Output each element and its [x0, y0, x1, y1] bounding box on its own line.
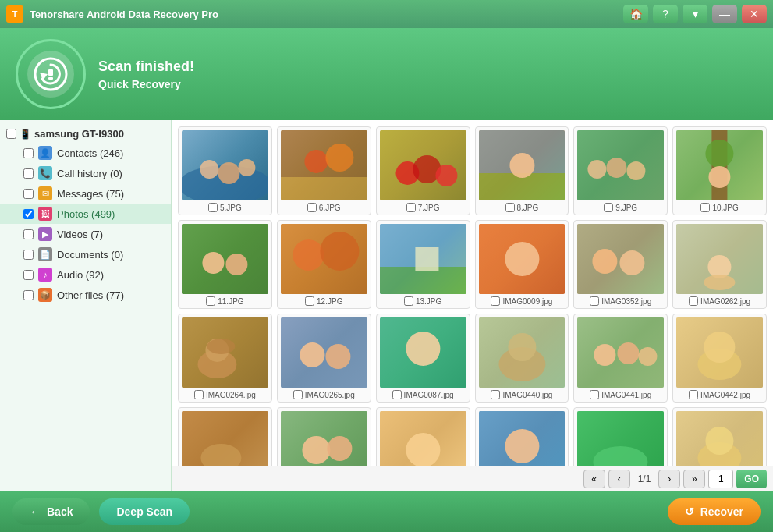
callhistory-icon: 📞: [38, 166, 52, 180]
photo-label: 11.JPG: [206, 296, 243, 306]
svg-point-9: [218, 162, 239, 184]
photo-item[interactable]: IMAG0264.jpg: [178, 314, 272, 403]
prev-page-button[interactable]: ‹: [608, 470, 630, 488]
photo-svg: [577, 224, 664, 294]
svg-point-37: [202, 252, 224, 274]
home-button[interactable]: 🏠: [623, 5, 648, 23]
sidebar-item-contacts[interactable]: 👤 Contacts (246): [0, 143, 171, 163]
photo-checkbox[interactable]: [406, 203, 416, 212]
photo-checkbox[interactable]: [194, 390, 204, 399]
sidebar-item-audio[interactable]: ♪ Audio (92): [0, 264, 171, 285]
photo-checkbox[interactable]: [590, 296, 599, 306]
sidebar-item-callhistory[interactable]: 📞 Call history (0): [0, 163, 171, 183]
photo-checkbox[interactable]: [689, 390, 698, 399]
photo-thumbnail: [380, 130, 466, 200]
photo-checkbox[interactable]: [491, 390, 500, 399]
window-controls: 🏠 ? ▾ — ✕: [623, 5, 767, 23]
photo-checkbox[interactable]: [392, 390, 402, 399]
photo-checkbox[interactable]: [491, 296, 500, 306]
photo-svg: [281, 130, 367, 200]
last-page-button[interactable]: »: [683, 470, 705, 488]
documents-checkbox[interactable]: [23, 250, 34, 260]
photo-checkbox[interactable]: [206, 296, 215, 306]
photo-checkbox[interactable]: [700, 203, 710, 212]
photo-name: IMAG0265.jpg: [305, 391, 355, 399]
deep-scan-button[interactable]: Deep Scan: [99, 498, 190, 525]
photo-checkbox[interactable]: [293, 390, 303, 399]
audio-checkbox[interactable]: [23, 270, 34, 280]
close-button[interactable]: ✕: [742, 5, 767, 23]
header: Scan finished! Quick Recovery: [0, 28, 773, 120]
photo-item[interactable]: 10.JPG: [672, 126, 767, 215]
sidebar-item-messages[interactable]: ✉ Messages (75): [0, 183, 171, 204]
messages-checkbox[interactable]: [23, 189, 34, 199]
photo-item[interactable]: IMAG0265.jpg: [277, 314, 371, 403]
page-input[interactable]: [708, 470, 733, 488]
photo-item[interactable]: 6.JPG: [277, 126, 371, 215]
sidebar-item-documents[interactable]: 📄 Documents (0): [0, 244, 171, 264]
svg-point-82: [704, 332, 736, 363]
videos-icon: ▶: [38, 227, 52, 241]
photo-item[interactable]: IMAG0352.jpg: [573, 220, 668, 309]
callhistory-checkbox[interactable]: [23, 168, 34, 179]
back-button[interactable]: ← Back: [12, 498, 90, 525]
photo-item[interactable]: [376, 407, 470, 466]
sidebar-item-photos[interactable]: 🖼 Photos (499): [0, 204, 171, 224]
photo-thumbnail: [380, 224, 466, 294]
help-button[interactable]: ?: [653, 5, 678, 23]
photo-item[interactable]: 12.JPG: [277, 220, 371, 309]
photo-item[interactable]: IMAG0009.jpg: [475, 220, 569, 309]
menu-button[interactable]: ▾: [683, 5, 707, 23]
next-page-button[interactable]: ›: [658, 470, 680, 488]
photo-item[interactable]: [573, 407, 668, 466]
photo-item[interactable]: IMAG0087.jpg: [376, 314, 470, 403]
photo-area-wrap: 5.JPG 6.JPG 7.JPG: [172, 120, 773, 491]
photo-item[interactable]: 9.JPG: [573, 126, 668, 215]
photo-checkbox[interactable]: [604, 203, 613, 212]
sidebar-item-videos[interactable]: ▶ Videos (7): [0, 224, 171, 244]
pagination-bar: « ‹ 1/1 › » GO: [172, 466, 773, 491]
photo-checkbox[interactable]: [307, 203, 317, 212]
photo-checkbox[interactable]: [505, 203, 515, 212]
photo-item[interactable]: [672, 407, 767, 466]
go-button[interactable]: GO: [736, 470, 767, 488]
photo-item[interactable]: IMAG0442.jpg: [672, 314, 767, 403]
photos-label: Photos (499): [57, 208, 115, 220]
photo-item[interactable]: 13.JPG: [376, 220, 470, 309]
audio-icon: ♪: [38, 268, 52, 282]
recover-button[interactable]: ↺ Recover: [668, 498, 761, 525]
deep-scan-label: Deep Scan: [116, 505, 172, 518]
svg-point-28: [607, 158, 627, 178]
photo-checkbox[interactable]: [208, 203, 218, 212]
photos-checkbox[interactable]: [23, 209, 34, 219]
sidebar-item-otherfiles[interactable]: 📦 Other files (77): [0, 285, 171, 305]
photo-item[interactable]: [277, 407, 371, 466]
photo-thumbnail: [479, 317, 566, 388]
device-icon: 📱: [20, 129, 31, 140]
photo-item[interactable]: IMAG0440.jpg: [475, 314, 569, 403]
photo-grid-container[interactable]: 5.JPG 6.JPG 7.JPG: [172, 120, 773, 466]
photo-item[interactable]: [178, 407, 272, 466]
photo-thumbnail: [479, 224, 566, 294]
contacts-checkbox[interactable]: [23, 148, 34, 158]
photo-item[interactable]: 5.JPG: [178, 126, 272, 215]
otherfiles-icon: 📦: [38, 288, 52, 302]
first-page-button[interactable]: «: [583, 470, 605, 488]
device-tree-item[interactable]: 📱 samsung GT-I9300: [0, 125, 171, 143]
photo-checkbox[interactable]: [404, 296, 413, 306]
otherfiles-checkbox[interactable]: [23, 290, 34, 300]
photo-checkbox[interactable]: [590, 390, 599, 399]
photo-name: IMAG0009.jpg: [502, 297, 552, 306]
device-checkbox[interactable]: [6, 129, 16, 139]
photo-checkbox[interactable]: [689, 296, 698, 306]
photo-item[interactable]: [475, 407, 569, 466]
minimize-button[interactable]: —: [712, 5, 737, 23]
photo-name: 10.JPG: [712, 204, 738, 212]
photo-checkbox[interactable]: [305, 296, 314, 306]
videos-checkbox[interactable]: [23, 229, 34, 239]
photo-item[interactable]: 7.JPG: [376, 126, 470, 215]
photo-item[interactable]: IMAG0262.jpg: [672, 220, 767, 309]
photo-item[interactable]: IMAG0441.jpg: [573, 314, 668, 403]
photo-item[interactable]: 8.JPG: [475, 126, 569, 215]
photo-item[interactable]: 11.JPG: [178, 220, 272, 309]
